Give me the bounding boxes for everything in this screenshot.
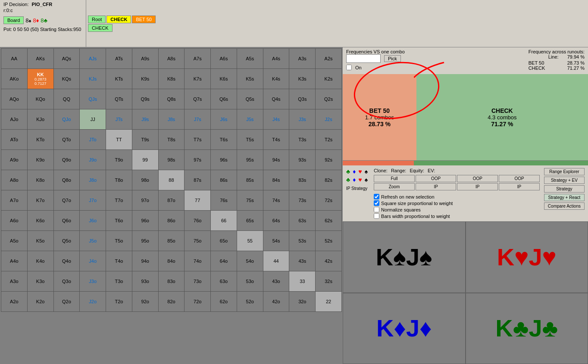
- matrix-cell[interactable]: J6s: [211, 109, 237, 130]
- on-checkbox[interactable]: [346, 65, 352, 70]
- matrix-cell[interactable]: 97o: [132, 190, 158, 211]
- matrix-cell[interactable]: A7o: [1, 190, 28, 211]
- diamond-icon1[interactable]: ♦: [353, 168, 356, 175]
- matrix-cell[interactable]: 33: [289, 271, 316, 292]
- matrix-cell[interactable]: A6s: [211, 49, 237, 69]
- matrix-cell[interactable]: 85s: [237, 170, 263, 190]
- matrix-cell[interactable]: T2o: [106, 292, 132, 312]
- matrix-cell[interactable]: 74o: [185, 251, 211, 271]
- matrix-cell[interactable]: QTs: [106, 89, 132, 109]
- ip3-button[interactable]: IP: [499, 183, 540, 190]
- matrix-cell[interactable]: K7s: [185, 69, 211, 89]
- normalize-checkbox[interactable]: [374, 207, 379, 212]
- matrix-cell[interactable]: A7s: [185, 49, 211, 69]
- matrix-cell[interactable]: KTs: [106, 69, 132, 89]
- matrix-cell[interactable]: J2o: [80, 292, 106, 312]
- matrix-cell[interactable]: Q3s: [289, 89, 316, 109]
- oop1-button[interactable]: OOP: [416, 175, 457, 182]
- matrix-cell[interactable]: AQo: [1, 89, 28, 109]
- matrix-cell[interactable]: K9s: [132, 69, 158, 89]
- full-button[interactable]: Full: [374, 175, 415, 182]
- strategy-ev-button[interactable]: Strategy + EV: [544, 177, 585, 184]
- matrix-cell[interactable]: 63o: [211, 271, 237, 292]
- matrix-cell[interactable]: 73o: [185, 271, 211, 292]
- matrix-cell[interactable]: KTo: [27, 130, 53, 150]
- matrix-cell[interactable]: Q7o: [53, 190, 80, 211]
- strategy-react-button[interactable]: Strategy + React: [544, 194, 585, 201]
- matrix-cell[interactable]: A3o: [1, 271, 28, 292]
- matrix-cell[interactable]: 82o: [158, 292, 185, 312]
- ip1-button[interactable]: IP: [416, 183, 457, 190]
- matrix-cell[interactable]: 52s: [316, 231, 342, 251]
- matrix-cell[interactable]: AQs: [53, 49, 80, 69]
- bet50-button[interactable]: BET 50: [132, 16, 156, 23]
- matrix-cell[interactable]: J8s: [158, 109, 185, 130]
- matrix-cell[interactable]: 86s: [211, 170, 237, 190]
- matrix-cell[interactable]: AA: [1, 49, 28, 69]
- matrix-cell[interactable]: 74s: [263, 190, 289, 211]
- matrix-cell[interactable]: 42o: [263, 292, 289, 312]
- matrix-cell[interactable]: T4o: [106, 251, 132, 271]
- refresh-checkbox[interactable]: [374, 194, 379, 199]
- matrix-cell[interactable]: 32o: [289, 292, 316, 312]
- matrix-cell[interactable]: JTs: [106, 109, 132, 130]
- matrix-cell[interactable]: 53o: [237, 271, 263, 292]
- matrix-cell[interactable]: 77: [185, 190, 211, 211]
- matrix-cell[interactable]: 44: [263, 251, 289, 271]
- matrix-cell[interactable]: QJs: [80, 89, 106, 109]
- matrix-cell[interactable]: 97s: [185, 150, 211, 170]
- matrix-cell[interactable]: A9s: [132, 49, 158, 69]
- matrix-cell[interactable]: 87o: [158, 190, 185, 211]
- matrix-cell[interactable]: 62o: [211, 292, 237, 312]
- spade-icon2[interactable]: ♠: [365, 176, 368, 183]
- matrix-cell[interactable]: K8s: [158, 69, 185, 89]
- matrix-cell[interactable]: K4o: [27, 251, 53, 271]
- matrix-cell[interactable]: T7s: [185, 130, 211, 150]
- matrix-cell[interactable]: J2s: [316, 109, 342, 130]
- matrix-cell[interactable]: AKo: [1, 69, 28, 89]
- matrix-cell[interactable]: K6s: [211, 69, 237, 89]
- matrix-cell[interactable]: 75o: [185, 231, 211, 251]
- matrix-cell[interactable]: AJo: [1, 109, 28, 130]
- matrix-cell[interactable]: J9s: [132, 109, 158, 130]
- matrix-cell[interactable]: J5o: [80, 231, 106, 251]
- matrix-cell[interactable]: K5o: [27, 231, 53, 251]
- matrix-cell[interactable]: A8s: [158, 49, 185, 69]
- matrix-cell[interactable]: T3o: [106, 271, 132, 292]
- matrix-cell[interactable]: A6o: [1, 211, 28, 231]
- matrix-cell[interactable]: 83s: [289, 170, 316, 190]
- matrix-cell[interactable]: Q8s: [158, 89, 185, 109]
- matrix-cell[interactable]: T8s: [158, 130, 185, 150]
- matrix-cell[interactable]: 76o: [185, 211, 211, 231]
- spade-icon1[interactable]: ♠: [365, 168, 368, 175]
- matrix-cell[interactable]: 98o: [132, 170, 158, 190]
- matrix-cell[interactable]: Q2s: [316, 89, 342, 109]
- matrix-cell[interactable]: QJo: [53, 109, 80, 130]
- matrix-cell[interactable]: 83o: [158, 271, 185, 292]
- matrix-cell[interactable]: 72o: [185, 292, 211, 312]
- matrix-cell[interactable]: 42s: [316, 251, 342, 271]
- matrix-cell[interactable]: 53s: [289, 231, 316, 251]
- matrix-cell[interactable]: T3s: [289, 130, 316, 150]
- matrix-cell[interactable]: 62s: [316, 211, 342, 231]
- matrix-cell[interactable]: 82s: [316, 170, 342, 190]
- matrix-cell[interactable]: 73s: [289, 190, 316, 211]
- matrix-cell[interactable]: Q8o: [53, 170, 80, 190]
- strategy-button[interactable]: Strategy: [544, 185, 585, 193]
- pick-button[interactable]: Pick: [384, 55, 401, 62]
- matrix-cell[interactable]: 93o: [132, 271, 158, 292]
- matrix-cell[interactable]: 64s: [263, 211, 289, 231]
- matrix-cell[interactable]: 43s: [289, 251, 316, 271]
- matrix-cell[interactable]: Q2o: [53, 292, 80, 312]
- matrix-cell[interactable]: J5s: [237, 109, 263, 130]
- oop3-button[interactable]: OOP: [499, 175, 540, 182]
- matrix-cell[interactable]: K9o: [27, 150, 53, 170]
- matrix-cell[interactable]: 43o: [263, 271, 289, 292]
- matrix-cell[interactable]: 64o: [211, 251, 237, 271]
- matrix-cell[interactable]: 54s: [263, 231, 289, 251]
- matrix-cell[interactable]: 84o: [158, 251, 185, 271]
- matrix-cell[interactable]: K6o: [27, 211, 53, 231]
- matrix-cell[interactable]: 72s: [316, 190, 342, 211]
- diamond-icon2[interactable]: ♦: [353, 176, 356, 183]
- matrix-cell[interactable]: 93s: [289, 150, 316, 170]
